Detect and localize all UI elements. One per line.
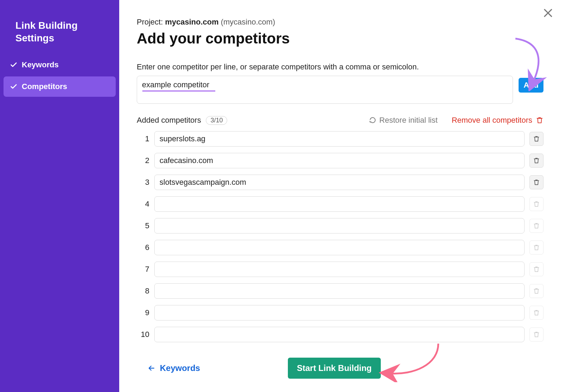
- trash-icon: [533, 135, 540, 142]
- trash-icon: [536, 116, 543, 124]
- delete-competitor-button: [529, 306, 543, 320]
- restore-initial-list[interactable]: Restore initial list: [369, 116, 438, 125]
- main-content: Project: mycasino.com (mycasino.com) Add…: [119, 0, 561, 392]
- count-pill: 3/10: [206, 116, 227, 125]
- competitor-input-3[interactable]: [154, 175, 525, 190]
- page-heading: Add your competitors: [137, 30, 543, 47]
- restore-label: Restore initial list: [379, 116, 438, 125]
- delete-competitor-button: [529, 241, 543, 255]
- project-line: Project: mycasino.com (mycasino.com): [137, 18, 543, 27]
- delete-competitor-button[interactable]: [529, 175, 543, 189]
- remove-all-label: Remove all competitors: [452, 116, 532, 125]
- competitor-row: 8: [137, 283, 543, 299]
- trash-icon: [533, 331, 540, 338]
- sidebar-item-label: Keywords: [22, 60, 59, 69]
- competitor-row: 6: [137, 240, 543, 255]
- delete-competitor-button[interactable]: [529, 132, 543, 146]
- trash-icon: [533, 288, 540, 295]
- competitor-row: 1: [137, 131, 543, 147]
- arrow-left-icon: [147, 364, 156, 372]
- row-index: 5: [137, 221, 149, 230]
- list-header: Added competitors 3/10 Restore initial l…: [137, 116, 543, 125]
- competitor-input-5[interactable]: [154, 218, 525, 234]
- sidebar-title: Link Building Settings: [4, 19, 116, 55]
- competitor-rows: 12345678910: [137, 131, 543, 342]
- competitor-input-4[interactable]: [154, 196, 525, 212]
- competitor-input-2[interactable]: [154, 153, 525, 168]
- row-index: 10: [137, 330, 149, 339]
- row-index: 6: [137, 243, 149, 252]
- competitor-row: 5: [137, 218, 543, 234]
- close-icon: [542, 7, 554, 19]
- competitor-textarea[interactable]: [137, 76, 513, 104]
- close-button[interactable]: [542, 7, 554, 19]
- trash-icon: [533, 244, 540, 251]
- footer: Keywords Start Link Building: [137, 358, 543, 379]
- project-paren: (mycasino.com): [219, 18, 275, 26]
- remove-all-competitors[interactable]: Remove all competitors: [452, 116, 543, 125]
- row-index: 7: [137, 265, 149, 274]
- competitor-row: 10: [137, 327, 543, 342]
- trash-icon: [533, 201, 540, 208]
- delete-competitor-button: [529, 284, 543, 298]
- check-icon: [10, 61, 18, 69]
- competitor-input-7[interactable]: [154, 262, 525, 277]
- delete-competitor-button: [529, 219, 543, 233]
- sidebar-item-label: Competitors: [22, 82, 67, 91]
- row-index: 3: [137, 178, 149, 187]
- added-competitors-label: Added competitors: [137, 116, 201, 125]
- row-index: 8: [137, 286, 149, 296]
- trash-icon: [533, 179, 540, 186]
- competitor-row: 7: [137, 262, 543, 277]
- competitor-row: 2: [137, 153, 543, 168]
- competitor-row: 3: [137, 175, 543, 190]
- delete-competitor-button[interactable]: [529, 154, 543, 168]
- competitor-row: 9: [137, 305, 543, 320]
- trash-icon: [533, 309, 540, 316]
- competitor-input-9[interactable]: [154, 305, 525, 320]
- project-name: mycasino.com: [165, 18, 219, 26]
- trash-icon: [533, 266, 540, 273]
- delete-competitor-button: [529, 197, 543, 211]
- sidebar: Link Building Settings KeywordsCompetito…: [0, 0, 119, 392]
- annotation-arrow-pink: [379, 340, 442, 382]
- row-index: 9: [137, 308, 149, 317]
- delete-competitor-button: [529, 327, 543, 342]
- add-competitor-row: Add: [137, 76, 543, 104]
- trash-icon: [533, 157, 540, 164]
- back-to-keywords[interactable]: Keywords: [147, 363, 200, 373]
- competitor-input-1[interactable]: [154, 131, 525, 147]
- row-index: 1: [137, 134, 149, 143]
- restore-icon: [369, 116, 377, 124]
- competitor-row: 4: [137, 196, 543, 212]
- competitor-input-10[interactable]: [154, 327, 525, 342]
- trash-icon: [533, 222, 540, 229]
- instruction-text: Enter one competitor per line, or separa…: [137, 62, 543, 72]
- start-link-building-button[interactable]: Start Link Building: [288, 358, 381, 379]
- add-button[interactable]: Add: [519, 78, 543, 93]
- competitor-input-8[interactable]: [154, 283, 525, 299]
- check-icon: [10, 83, 18, 90]
- row-index: 2: [137, 156, 149, 165]
- row-index: 4: [137, 200, 149, 209]
- delete-competitor-button: [529, 262, 543, 276]
- competitor-input-6[interactable]: [154, 240, 525, 255]
- project-prefix: Project:: [137, 18, 165, 26]
- back-label: Keywords: [160, 363, 200, 373]
- sidebar-item-keywords[interactable]: Keywords: [4, 55, 116, 75]
- sidebar-item-competitors[interactable]: Competitors: [4, 76, 116, 97]
